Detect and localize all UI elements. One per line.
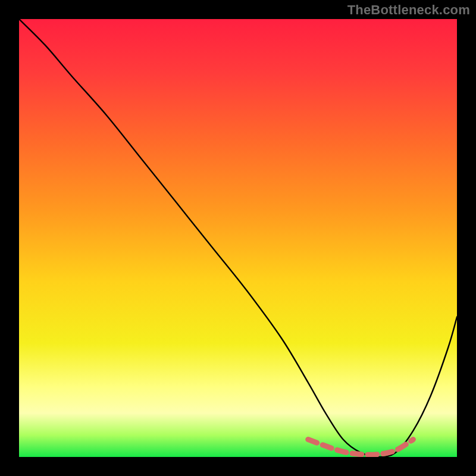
watermark-text: TheBottleneck.com (347, 2, 470, 18)
plot-area (19, 19, 457, 457)
plot-background (19, 19, 457, 457)
chart-svg (19, 19, 457, 457)
chart-frame: TheBottleneck.com (0, 0, 476, 476)
